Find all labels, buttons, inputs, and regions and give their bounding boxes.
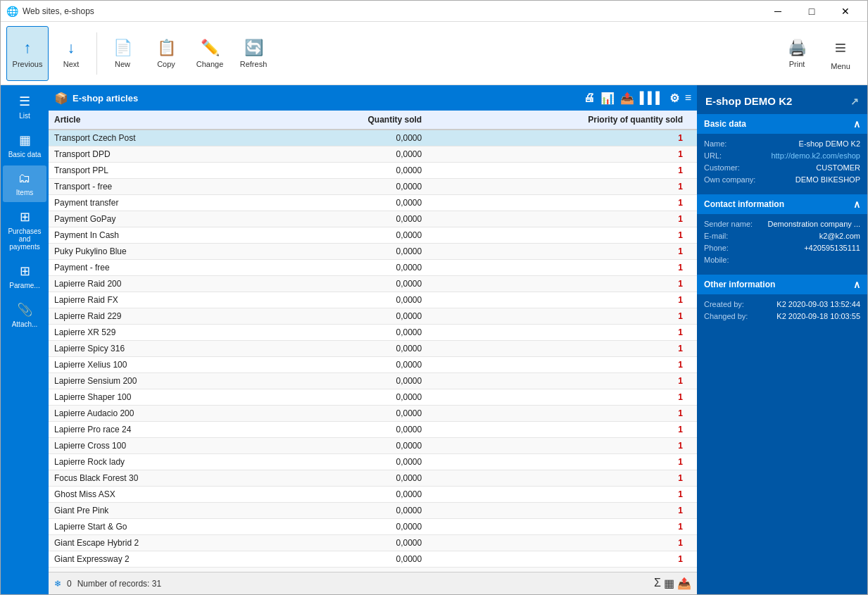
cell-priority: 1 xyxy=(427,406,697,422)
table-row[interactable]: Giant Pre Pink0,00001 xyxy=(49,503,697,519)
menu-icon: ≡ xyxy=(835,37,846,59)
articles-table-container[interactable]: Article Quantity sold Priority of quanti… xyxy=(49,111,697,572)
table-header-row: Article Quantity sold Priority of quanti… xyxy=(49,111,697,130)
sigma-icon[interactable]: Σ xyxy=(654,577,661,590)
chart-icon[interactable]: 📊 xyxy=(600,92,615,105)
section-basic-data: Basic data ∧ Name: E-shop DEMO K2 URL: h… xyxy=(697,114,867,193)
table-row[interactable]: Transport - free0,00001 xyxy=(49,179,697,195)
section-contact: Contact information ∧ Sender name: Demon… xyxy=(697,194,867,273)
previous-button[interactable]: ↑ Previous xyxy=(6,26,49,81)
cell-priority: 1 xyxy=(427,422,697,438)
settings-icon[interactable]: ⚙ xyxy=(669,92,679,105)
table-row[interactable]: Lapierre Raid 2000,00001 xyxy=(49,276,697,292)
copy-button[interactable]: 📋 Copy xyxy=(145,26,187,81)
app-icon: 🌐 xyxy=(6,6,18,17)
cell-priority: 1 xyxy=(427,373,697,389)
table-row[interactable]: Lapierre Raid FX0,00001 xyxy=(49,292,697,308)
table-row[interactable]: Lapierre Sensium 2000,00001 xyxy=(49,373,697,389)
sidebar-item-purchases[interactable]: ⊞ Purchases and payments xyxy=(3,203,46,256)
maximize-button[interactable]: □ xyxy=(795,1,828,22)
table-row[interactable]: Payment - free0,00001 xyxy=(49,260,697,276)
status-bar-right: Σ ▦ 📤 xyxy=(654,577,691,590)
window-title: Web sites, e-shops xyxy=(23,6,94,16)
sidebar-item-items[interactable]: 🗂 Items xyxy=(3,165,46,202)
table-row[interactable]: Focus Black Forest 300,00001 xyxy=(49,470,697,487)
collapse-contact-icon[interactable]: ∧ xyxy=(853,199,860,210)
refresh-button[interactable]: 🔄 Refresh xyxy=(232,26,275,81)
close-button[interactable]: ✕ xyxy=(829,1,862,22)
cell-priority: 1 xyxy=(427,227,697,244)
table-row[interactable]: Lapierre Start & Go0,00001 xyxy=(49,519,697,535)
external-link-icon[interactable]: ↗ xyxy=(850,96,859,107)
menu-button[interactable]: ≡ Menu xyxy=(819,26,862,81)
cell-priority: 1 xyxy=(427,519,697,535)
table-row[interactable]: Puky Pukylino Blue0,00001 xyxy=(49,244,697,260)
export-icon[interactable]: 📤 xyxy=(620,92,634,105)
cell-article: Focus Black Forest 30 xyxy=(49,470,274,487)
print-button[interactable]: 🖨️ Print xyxy=(776,26,818,81)
table-row[interactable]: Lapierre Raid 2290,00001 xyxy=(49,308,697,325)
next-button[interactable]: ↓ Next xyxy=(50,26,92,81)
sidebar-item-attach[interactable]: 📎 Attach... xyxy=(3,296,46,334)
left-sidebar: ☰ List ▦ Basic data 🗂 Items ⊞ Purchases … xyxy=(1,85,49,594)
table-row[interactable]: Lapierre XR 5290,00001 xyxy=(49,325,697,341)
collapse-other-icon[interactable]: ∧ xyxy=(853,279,860,290)
right-panel-title: E-shop DEMO K2 ↗ xyxy=(697,85,867,114)
field-sender: Sender name: Demonstration company ... xyxy=(704,220,860,228)
field-email: E-mail: k2@k2.com xyxy=(704,232,860,240)
table-row[interactable]: Transport Czech Post0,00001 xyxy=(49,130,697,146)
cell-priority: 1 xyxy=(427,308,697,325)
collapse-basic-data-icon[interactable]: ∧ xyxy=(853,118,860,130)
new-button[interactable]: 📄 New xyxy=(101,26,144,81)
table-row[interactable]: Transport PPL0,00001 xyxy=(49,163,697,179)
cell-article: Puky Pukylino Blue xyxy=(49,244,274,260)
title-bar: 🌐 Web sites, e-shops ─ □ ✕ xyxy=(1,1,867,22)
table-row[interactable]: Payment GoPay0,00001 xyxy=(49,211,697,227)
change-button[interactable]: ✏️ Change xyxy=(189,26,231,81)
sidebar-item-list[interactable]: ☰ List xyxy=(3,88,46,125)
field-url: URL: http://demo.k2.com/eshop xyxy=(704,151,860,160)
print-list-icon[interactable]: 🖨 xyxy=(584,92,595,105)
sidebar-item-params[interactable]: ⊞ Parame... xyxy=(3,258,46,295)
right-panel-heading: E-shop DEMO K2 xyxy=(705,95,792,107)
table-row[interactable]: Lapierre Shaper 1000,00001 xyxy=(49,389,697,406)
export2-icon[interactable]: 📤 xyxy=(677,577,691,590)
table-row[interactable]: Lapierre Xelius 1000,00001 xyxy=(49,357,697,373)
table-row[interactable]: Lapierre Rock lady0,00001 xyxy=(49,454,697,470)
table-row[interactable]: Ghost Miss ASX0,00001 xyxy=(49,487,697,503)
articles-table: Article Quantity sold Priority of quanti… xyxy=(49,111,697,572)
col-priority[interactable]: Priority of quantity sold xyxy=(427,111,697,130)
table-row[interactable]: Transport DPD0,00001 xyxy=(49,146,697,163)
section-other-header: Other information ∧ xyxy=(697,275,867,294)
grid-view-icon[interactable]: ▦ xyxy=(664,577,674,590)
field-changed-by: Changed by: K2 2020-09-18 10:03:55 xyxy=(704,312,860,320)
table-row[interactable]: Lapierre Cross 1000,00001 xyxy=(49,438,697,454)
separator-1 xyxy=(96,32,97,75)
section-contact-body: Sender name: Demonstration company ... E… xyxy=(697,214,867,273)
status-bar: ❄ 0 Number of records: 31 Σ ▦ 📤 xyxy=(49,572,697,594)
table-row[interactable]: Lapierre Spicy 3160,00001 xyxy=(49,341,697,357)
minimize-button[interactable]: ─ xyxy=(762,1,794,22)
table-row[interactable]: Giant Escape Hybrid 20,00001 xyxy=(49,535,697,551)
cell-article: Ghost Miss ASX xyxy=(49,487,274,503)
cell-article: Lapierre Sensium 200 xyxy=(49,373,274,389)
table-row[interactable]: Lapierre Pro race 240,00001 xyxy=(49,422,697,438)
table-row[interactable]: Giant Expressway 20,00001 xyxy=(49,551,697,568)
table-row[interactable]: Lapierre Audacio 2000,00001 xyxy=(49,406,697,422)
new-icon: 📄 xyxy=(113,39,132,57)
cell-article: Payment - free xyxy=(49,260,274,276)
cell-qty: 0,0000 xyxy=(274,292,427,308)
cell-article: Lapierre Spicy 316 xyxy=(49,341,274,357)
col-article[interactable]: Article xyxy=(49,111,274,130)
purchases-icon: ⊞ xyxy=(20,209,30,225)
table-row[interactable]: Payment In Cash0,00001 xyxy=(49,227,697,244)
table-row[interactable]: Payment transfer0,00001 xyxy=(49,195,697,211)
more-icon[interactable]: ≡ xyxy=(685,92,691,105)
content-area: 📦 E-shop articles 🖨 📊 📤 ▌▌▌ ⚙ ≡ xyxy=(49,85,697,594)
barcode-icon[interactable]: ▌▌▌ xyxy=(640,92,664,105)
field-mobile: Mobile: xyxy=(704,256,860,264)
col-qty[interactable]: Quantity sold xyxy=(274,111,427,130)
sidebar-item-basic-data[interactable]: ▦ Basic data xyxy=(3,127,46,164)
attach-icon: 📎 xyxy=(17,302,32,318)
main-window: 🌐 Web sites, e-shops ─ □ ✕ ↑ Previous ↓ … xyxy=(0,0,868,595)
